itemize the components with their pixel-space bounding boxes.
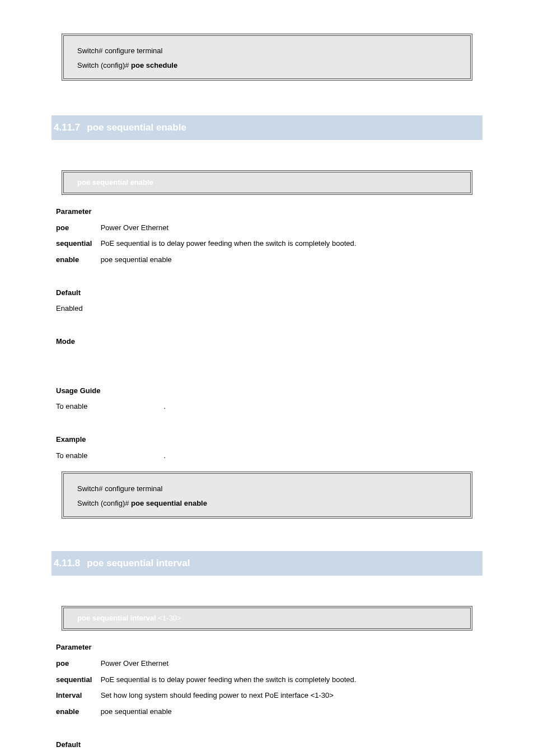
mode-value: Global Configuration: [56, 351, 478, 365]
param-enable-text: poe sequential enable: [101, 255, 172, 264]
param-interval-text: Set how long system should feeding power…: [101, 691, 334, 699]
param-poe-exp: Power Over Ethernet: [101, 223, 168, 232]
parameter-block-118: Parameter poe Power Over Ethernet sequen…: [56, 641, 478, 718]
parameter-label: Parameter: [56, 205, 99, 219]
param-interval-bold: Interval: [56, 689, 99, 703]
syntax-box-117: poe sequential enable: [62, 170, 472, 195]
section-header-117: 4.11.7 poe sequential enable: [51, 115, 483, 140]
usage-bold: PoE Sequential Mode: [90, 400, 163, 414]
example-label: Example: [56, 433, 99, 447]
param-seq-text: PoE sequential is to delay power feeding…: [101, 675, 357, 684]
default-value: 5: [56, 754, 478, 756]
code-line: Switch (config)# poe schedule: [77, 58, 457, 73]
param-poe-exp: Power Over Ethernet: [101, 659, 168, 668]
parameter-block-117: Parameter poe Power Over Ethernet sequen…: [56, 205, 478, 267]
syntax-label: Syntax: [56, 157, 478, 167]
example-pre: To enable: [56, 451, 87, 460]
code-box-top: Switch# configure terminal Switch (confi…: [62, 34, 472, 81]
section-number: 4.11.8: [54, 558, 80, 569]
syntax-arg: <1-30>: [156, 614, 181, 622]
code-line: Switch# configure terminal: [77, 44, 457, 58]
param-seq-bold: sequential: [56, 673, 99, 687]
param-poe-bold: poe: [56, 657, 99, 671]
code-prompt: Switch (config)#: [77, 61, 129, 69]
mode-block-117: Mode Global Configuration: [56, 335, 478, 365]
parameter-label: Parameter: [56, 641, 99, 655]
code-command: poe sequential enable: [131, 499, 207, 507]
param-poe-bold: poe: [56, 221, 99, 235]
example-block-117: Example To enable PoE Sequential Mode.: [56, 433, 478, 463]
example-bold: PoE Sequential Mode: [90, 449, 163, 463]
param-enable-text: poe sequential enable: [101, 707, 172, 716]
param-enable-bold: enable: [56, 253, 99, 267]
usage-post: .: [163, 402, 166, 410]
code-command: poe schedule: [131, 61, 177, 69]
default-value: Enabled: [56, 302, 478, 316]
syntax-text: poe sequential enable: [77, 178, 153, 186]
section-title: poe sequential enable: [87, 122, 186, 133]
section-number: 4.11.7: [54, 122, 80, 133]
usage-label: Usage Guide: [56, 384, 100, 398]
param-enable-bold: enable: [56, 705, 99, 719]
section-title: poe sequential interval: [87, 558, 190, 569]
syntax-text: poe sequential interval: [77, 614, 156, 622]
param-seq-text: PoE sequential is to delay power feeding…: [101, 239, 357, 248]
code-prompt: Switch (config)#: [77, 499, 129, 507]
default-label: Default: [56, 286, 99, 300]
syntax-label: Syntax: [56, 592, 478, 603]
default-block-118: Default 5: [56, 738, 478, 756]
code-box-117: Switch# configure terminal Switch (confi…: [62, 472, 472, 519]
code-line: Switch# configure terminal: [77, 482, 457, 496]
example-post: .: [163, 451, 166, 460]
default-label: Default: [56, 738, 99, 752]
usage-pre: To enable: [56, 402, 87, 410]
syntax-box-118: poe sequential interval <1-30>: [62, 606, 472, 631]
default-block-117: Default Enabled: [56, 286, 478, 316]
mode-label: Mode: [56, 335, 99, 349]
usage-block-117: Usage Guide To enable PoE Sequential Mod…: [56, 384, 478, 414]
code-line: Switch (config)# poe sequential enable: [77, 496, 457, 511]
section-header-118: 4.11.8 poe sequential interval: [51, 551, 483, 576]
param-seq-bold: sequential: [56, 237, 99, 251]
